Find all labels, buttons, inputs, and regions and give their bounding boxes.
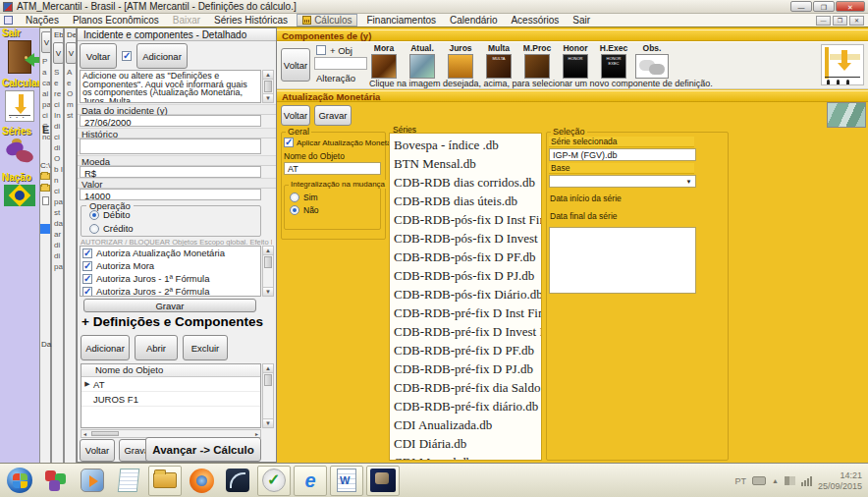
nao-option[interactable]: Não bbox=[290, 205, 380, 215]
series-list-item[interactable]: CDI Mensal.db bbox=[394, 453, 541, 461]
autoriza-checkbox[interactable] bbox=[82, 261, 92, 271]
series-list-item[interactable]: CDB-RDB dias úteis.db bbox=[394, 192, 541, 210]
series-list-item[interactable]: CDB-RDB-pré-fix D PF.db bbox=[394, 341, 541, 359]
aplicar-checkbox[interactable] bbox=[284, 138, 294, 147]
series-list-item[interactable]: CDB-RDB-pré-fix D Invest I.db bbox=[394, 322, 541, 341]
checklist-scrollbar[interactable]: ▲▼ bbox=[262, 246, 274, 297]
atualizacao-voltar-button[interactable]: Voltar bbox=[281, 105, 310, 126]
language-indicator[interactable]: PT bbox=[735, 476, 747, 486]
component-thumbnail[interactable]: Honor HONOR bbox=[561, 43, 590, 79]
component-thumbnail[interactable]: Atual. bbox=[407, 43, 437, 79]
menu-calendario[interactable]: Calendário bbox=[443, 15, 504, 26]
strip3-voltar-button[interactable]: V bbox=[66, 42, 77, 64]
incidente-gravar-button[interactable]: Gravar bbox=[83, 299, 256, 312]
historico-field[interactable] bbox=[80, 138, 261, 154]
menu-financiamentos[interactable]: Financiamentos bbox=[359, 15, 443, 26]
strip2-voltar-button[interactable]: V bbox=[53, 42, 64, 64]
table-row[interactable]: JUROS F1 bbox=[81, 392, 260, 407]
menu-acessorios[interactable]: Acessórios bbox=[504, 15, 566, 26]
autoriza-checkbox[interactable] bbox=[82, 274, 92, 284]
series-list-item[interactable]: CDB-RDB-pós-fix D PJ.db bbox=[394, 266, 541, 285]
aplicar-row[interactable]: Aplicar Atualização Monetária bbox=[284, 138, 400, 147]
componentes-voltar-button[interactable]: Voltar bbox=[281, 48, 310, 82]
nome-objeto-field[interactable]: AT bbox=[284, 162, 381, 175]
series-list-item[interactable]: BTN Mensal.db bbox=[394, 154, 541, 173]
mdi-document-icon[interactable] bbox=[4, 16, 13, 25]
sim-option[interactable]: Sim bbox=[290, 193, 380, 202]
folder-icon[interactable] bbox=[40, 185, 50, 192]
sidebar-item-nacao[interactable]: Nação bbox=[0, 172, 39, 206]
component-image[interactable]: HONOR bbox=[563, 54, 588, 79]
word-icon[interactable] bbox=[330, 466, 363, 496]
menu-sair[interactable]: Sair bbox=[566, 15, 597, 26]
component-thumbnail[interactable]: Juros bbox=[446, 43, 475, 79]
autoriza-item[interactable]: Autoriza Juros - 1ª Fórmula bbox=[81, 272, 260, 285]
folder-icon[interactable] bbox=[40, 173, 50, 180]
start-button[interactable] bbox=[3, 466, 36, 496]
series-list-item[interactable]: CDB-RDB-pré-fix dia Saldo.db bbox=[394, 378, 541, 397]
hidden-icons-arrow[interactable]: ▲ bbox=[772, 477, 779, 484]
antivirus-icon[interactable] bbox=[257, 466, 291, 496]
keyboard-icon[interactable] bbox=[752, 476, 766, 485]
grid-scrollbar[interactable]: ▲▼ bbox=[262, 363, 274, 428]
series-list-item[interactable]: CDB-RDB-pós-fix Diário.db bbox=[394, 285, 541, 304]
menu-planos-economicos[interactable]: Planos Econômicos bbox=[66, 15, 166, 26]
component-thumbnail[interactable]: Multa MULTA bbox=[484, 43, 514, 79]
autoriza-checkbox[interactable] bbox=[82, 287, 92, 297]
restore-button[interactable]: ❐ bbox=[813, 1, 835, 12]
definicoes-abrir-button[interactable]: Abrir bbox=[135, 335, 178, 360]
component-image[interactable] bbox=[524, 54, 550, 79]
menu-series-historicas[interactable]: Séries Históricas bbox=[207, 15, 295, 26]
file-icon[interactable] bbox=[42, 196, 49, 205]
autoriza-item[interactable]: Autoriza Mora bbox=[81, 259, 260, 272]
component-image[interactable] bbox=[635, 54, 669, 79]
series-list-item[interactable]: CDI Anualizada.db bbox=[394, 415, 541, 434]
atualizacao-gravar-button[interactable]: Gravar bbox=[314, 105, 352, 126]
internet-explorer-icon[interactable]: e bbox=[294, 466, 327, 496]
clock[interactable]: 14:21 25/09/2015 bbox=[818, 470, 862, 492]
base-dropdown[interactable]: ▼ bbox=[549, 175, 696, 188]
component-thumbnail[interactable]: H.Exec HONOR EXEC bbox=[599, 43, 628, 79]
component-image[interactable] bbox=[409, 54, 435, 79]
mdi-minimize-button[interactable]: — bbox=[816, 16, 831, 26]
component-thumbnail[interactable]: Mora bbox=[369, 43, 399, 79]
data-incidente-field[interactable]: 27/06/2000 bbox=[80, 115, 261, 127]
credito-radio[interactable] bbox=[89, 224, 99, 234]
serie-selecionada-field[interactable]: IGP-M (FGV).db bbox=[549, 148, 696, 161]
incidente-voltar-button[interactable]: Voltar bbox=[80, 43, 117, 69]
strip1-voltar-button[interactable]: V bbox=[41, 31, 51, 53]
series-list-item[interactable]: CDB-RDB-pós-fix D Invest I.db bbox=[394, 229, 541, 248]
obj-checkbox[interactable] bbox=[316, 45, 326, 55]
collapsed-panel-strip-1[interactable]: V Pa ca al pa ci C no bbox=[39, 28, 51, 463]
component-thumbnail[interactable]: M.Proc bbox=[522, 43, 552, 79]
autoriza-item[interactable]: Autoriza Juros - 2ª Fórmula bbox=[81, 285, 260, 297]
component-image[interactable]: MULTA bbox=[486, 54, 512, 79]
info-scrollbar[interactable]: ▲▼ bbox=[262, 70, 274, 103]
close-button[interactable]: ✕ bbox=[836, 1, 865, 12]
valor-field[interactable]: 14000 bbox=[80, 189, 261, 200]
avancar-calculo-button[interactable]: Avançar -> Cálculo bbox=[145, 437, 261, 462]
series-list-item[interactable]: CDB-RDB-pré-fix D PJ.db bbox=[394, 359, 541, 378]
definicoes-excluir-button[interactable]: Excluir bbox=[183, 335, 228, 360]
menu-calculos[interactable]: Cálculos bbox=[297, 14, 357, 27]
menu-nacoes[interactable]: Nações bbox=[19, 15, 66, 26]
component-image[interactable] bbox=[371, 54, 397, 79]
collapsed-panel-strip-3[interactable]: De V A e O m st bbox=[64, 28, 77, 463]
table-row[interactable]: ▶ AT bbox=[81, 377, 260, 392]
chevron-down-icon[interactable]: ▼ bbox=[683, 177, 694, 186]
credito-option[interactable]: Crédito bbox=[89, 223, 260, 234]
incidente-adicionar-button[interactable]: Adicionar bbox=[136, 43, 188, 69]
sidebar-item-sair[interactable]: Sair bbox=[0, 28, 39, 74]
series-list-item[interactable]: CDB-RDB-pré-fix diário.db bbox=[394, 397, 541, 415]
database-tool-icon[interactable] bbox=[221, 466, 254, 496]
atm-app-icon[interactable] bbox=[366, 466, 400, 496]
signal-icon[interactable] bbox=[801, 476, 812, 486]
sidebar-item-calcular[interactable]: Calcular ▪ ▪ ▪ bbox=[0, 78, 39, 122]
collapsed-panel-strip-2[interactable]: Eb V Se re ci In di ci di Ob In ci pa st… bbox=[51, 28, 64, 463]
network-icon[interactable] bbox=[785, 476, 795, 485]
mdi-close-button[interactable]: ✕ bbox=[849, 16, 864, 26]
alteracao-input[interactable] bbox=[314, 57, 367, 70]
explorer-icon[interactable] bbox=[148, 466, 182, 496]
moeda-field[interactable]: R$ bbox=[80, 166, 261, 178]
series-list-item[interactable]: CDB-RDB dias corridos.db bbox=[394, 173, 541, 192]
